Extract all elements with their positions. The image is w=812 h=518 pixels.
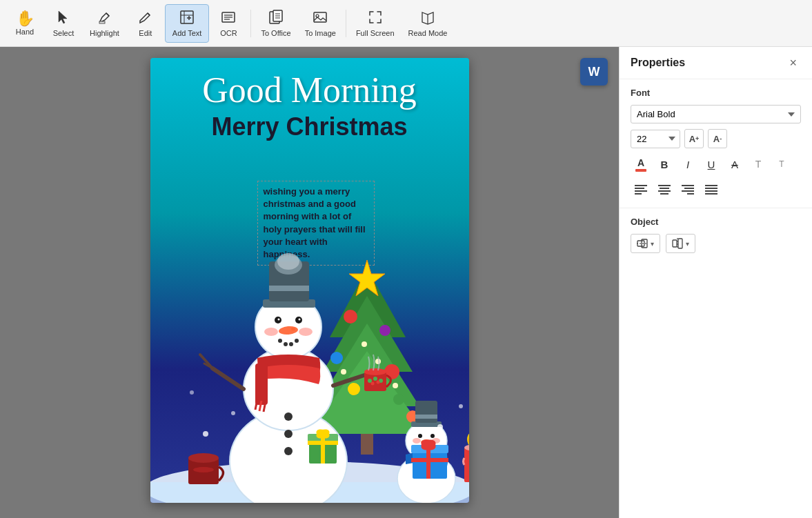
read-mode-label: Read Mode bbox=[408, 29, 448, 37]
svg-rect-15 bbox=[314, 12, 326, 22]
svg-rect-1 bbox=[181, 11, 193, 23]
svg-point-77 bbox=[188, 453, 219, 463]
svg-line-65 bbox=[212, 368, 244, 389]
toolbar: ✋ Hand Select Highlight Edit bbox=[0, 0, 812, 47]
object-align-btn-1[interactable]: ▾ bbox=[631, 234, 660, 253]
font-size-select[interactable]: 22 bbox=[631, 130, 680, 148]
svg-rect-58 bbox=[255, 363, 268, 405]
bold-btn[interactable]: B bbox=[654, 154, 675, 175]
obj-btn-1-arrow: ▾ bbox=[651, 240, 654, 248]
svg-point-45 bbox=[277, 253, 299, 270]
toolbar-full-screen[interactable]: Full Screen bbox=[349, 4, 402, 43]
card-title-serif: Merry Christmas bbox=[150, 110, 469, 144]
underline-btn[interactable]: U bbox=[701, 154, 722, 175]
svg-point-28 bbox=[330, 352, 343, 364]
to-office-icon bbox=[268, 10, 284, 28]
font-name-row: Arial Bold bbox=[631, 105, 801, 123]
strikethrough-t2-btn[interactable]: T bbox=[771, 154, 792, 175]
align-justify-btn[interactable] bbox=[701, 179, 722, 199]
toolbar-to-office[interactable]: To Office bbox=[254, 4, 297, 43]
svg-point-72 bbox=[373, 377, 377, 381]
align-center-btn[interactable] bbox=[654, 179, 675, 199]
svg-point-49 bbox=[298, 319, 300, 321]
svg-rect-94 bbox=[308, 441, 338, 445]
svg-point-51 bbox=[291, 328, 295, 330]
to-image-label: To Image bbox=[305, 29, 336, 37]
svg-point-75 bbox=[376, 381, 379, 384]
toolbar-select[interactable]: Select bbox=[44, 4, 83, 43]
svg-point-74 bbox=[370, 382, 374, 386]
main-area: W Good Morning Merry Christmas wishing y… bbox=[0, 47, 812, 518]
toolbar-hand[interactable]: ✋ Hand bbox=[6, 4, 44, 43]
toolbar-ocr[interactable]: OCR bbox=[209, 4, 248, 43]
svg-rect-103 bbox=[464, 448, 469, 482]
hand-icon: ✋ bbox=[16, 11, 34, 26]
toolbar-add-text[interactable]: Add Text bbox=[165, 4, 210, 43]
align-right-btn[interactable] bbox=[677, 179, 698, 199]
svg-rect-0 bbox=[99, 21, 105, 23]
highlight-label: Highlight bbox=[90, 29, 119, 37]
svg-point-48 bbox=[277, 319, 279, 321]
svg-point-107 bbox=[203, 431, 208, 437]
svg-point-63 bbox=[284, 430, 293, 438]
svg-point-78 bbox=[193, 467, 214, 472]
svg-point-62 bbox=[284, 412, 293, 421]
svg-point-53 bbox=[284, 342, 288, 346]
to-image-icon bbox=[313, 10, 328, 28]
svg-point-111 bbox=[190, 390, 194, 395]
svg-point-52 bbox=[278, 339, 282, 343]
font-color-icon: A bbox=[637, 157, 644, 168]
toolbar-edit[interactable]: Edit bbox=[126, 4, 165, 43]
obj-btn-2-arrow: ▾ bbox=[686, 240, 689, 248]
strikethrough-t-btn[interactable]: T bbox=[748, 154, 769, 175]
italic-btn[interactable]: I bbox=[677, 154, 698, 175]
color-bar bbox=[635, 169, 646, 172]
strikethrough-a-btn[interactable]: A bbox=[724, 154, 745, 175]
svg-point-34 bbox=[362, 341, 367, 347]
document-area[interactable]: W Good Morning Merry Christmas wishing y… bbox=[0, 47, 619, 518]
object-align-btn-2[interactable]: ▾ bbox=[666, 234, 695, 253]
full-screen-label: Full Screen bbox=[356, 29, 395, 37]
align-left-btn[interactable] bbox=[631, 179, 651, 199]
card-title-script: Good Morning bbox=[150, 58, 469, 110]
font-size-row: 22 A+ A- bbox=[631, 129, 801, 148]
svg-point-36 bbox=[341, 369, 346, 375]
svg-point-27 bbox=[379, 325, 390, 336]
hand-label: Hand bbox=[16, 28, 34, 36]
align-row bbox=[631, 179, 801, 199]
svg-point-64 bbox=[284, 447, 293, 455]
select-label: Select bbox=[53, 29, 75, 37]
svg-point-108 bbox=[231, 411, 235, 415]
christmas-card: Good Morning Merry Christmas wishing you… bbox=[150, 58, 469, 503]
object-section: Object ▾ bbox=[620, 208, 812, 261]
svg-point-55 bbox=[295, 339, 299, 343]
font-section-label: Font bbox=[631, 88, 801, 98]
svg-point-57 bbox=[299, 328, 313, 336]
ocr-icon bbox=[221, 10, 236, 28]
font-increase-btn[interactable]: A+ bbox=[684, 129, 704, 148]
svg-point-110 bbox=[459, 404, 463, 408]
svg-point-87 bbox=[413, 438, 421, 444]
panel-title: Properties bbox=[631, 57, 685, 69]
to-office-label: To Office bbox=[261, 29, 290, 37]
svg-rect-43 bbox=[269, 286, 309, 291]
font-color-btn[interactable]: A bbox=[631, 154, 651, 175]
svg-rect-83 bbox=[415, 415, 437, 419]
toolbar-to-image[interactable]: To Image bbox=[298, 4, 343, 43]
object-row: ▾ ▾ bbox=[631, 234, 801, 253]
format-row-1: A B I U A T T bbox=[631, 154, 801, 175]
toolbar-highlight[interactable]: Highlight bbox=[83, 4, 126, 43]
svg-rect-131 bbox=[673, 240, 677, 247]
font-name-select[interactable]: Arial Bold bbox=[631, 105, 801, 123]
font-section: Font Arial Bold 22 A+ A- A bbox=[620, 79, 812, 208]
add-text-label: Add Text bbox=[172, 29, 202, 37]
toolbar-read-mode[interactable]: Read Mode bbox=[402, 4, 455, 43]
word-icon[interactable]: W bbox=[580, 58, 608, 86]
svg-point-37 bbox=[393, 383, 398, 388]
svg-point-31 bbox=[393, 394, 404, 405]
font-decrease-btn[interactable]: A- bbox=[708, 129, 727, 148]
svg-point-29 bbox=[384, 364, 399, 379]
close-button[interactable]: × bbox=[785, 55, 801, 70]
toolbar-divider-2 bbox=[346, 10, 346, 37]
svg-point-56 bbox=[264, 328, 278, 336]
